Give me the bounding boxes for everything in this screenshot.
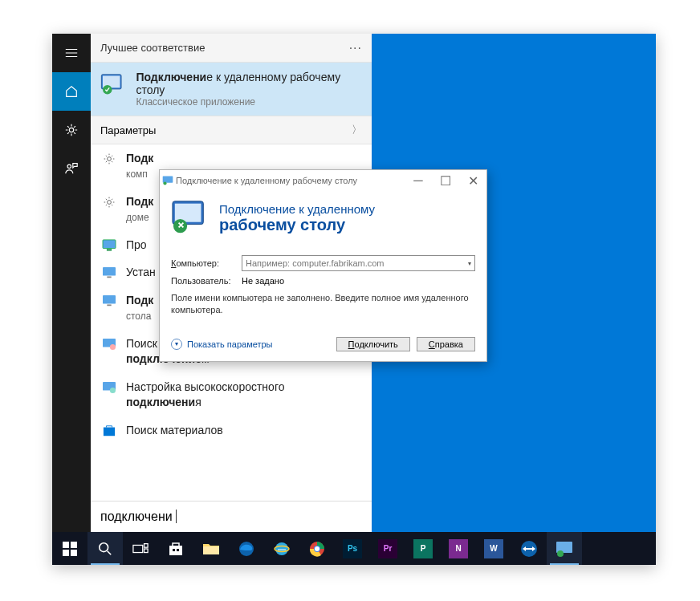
search-input[interactable]: подключени: [91, 501, 372, 532]
settings-button[interactable]: [52, 111, 91, 149]
best-match-item[interactable]: Подключение к удаленному рабочему столу …: [91, 63, 372, 116]
svg-point-44: [557, 550, 564, 557]
svg-point-19: [163, 181, 166, 185]
result-item[interactable]: Поиск материалов: [91, 416, 372, 445]
taskview-button[interactable]: [123, 532, 158, 565]
close-button[interactable]: ✕: [459, 170, 486, 191]
svg-point-27: [100, 542, 108, 551]
svg-rect-10: [107, 277, 111, 278]
user-value: Не задано: [242, 276, 284, 286]
chevron-right-icon: 〉: [352, 123, 362, 137]
person-feedback-icon: [64, 161, 79, 176]
settings-label: Параметры: [100, 124, 156, 136]
svg-rect-28: [133, 545, 143, 552]
minimize-button[interactable]: ─: [405, 170, 432, 191]
svg-rect-12: [107, 305, 111, 307]
svg-rect-23: [63, 542, 69, 548]
teamviewer-taskbar-button[interactable]: [511, 532, 547, 565]
show-options-link[interactable]: ▾ Показать параметры: [171, 339, 330, 350]
feedback-button[interactable]: [52, 149, 91, 188]
svg-point-1: [67, 164, 71, 169]
gear-icon: [64, 123, 79, 137]
maximize-button[interactable]: ☐: [432, 170, 459, 191]
monitor-network-icon: [100, 336, 118, 367]
rdp-titlebar[interactable]: Подключение к удаленному рабочему столу …: [160, 170, 486, 191]
search-taskbar-button[interactable]: [88, 532, 123, 565]
svg-point-40: [315, 546, 319, 551]
rdp-header-line1: Подключение к удаленному: [219, 202, 375, 216]
explorer-taskbar-button[interactable]: [193, 532, 229, 565]
chrome-taskbar-button[interactable]: [299, 532, 335, 565]
svg-rect-32: [173, 549, 175, 551]
svg-point-0: [69, 128, 73, 132]
connect-button[interactable]: Подключить: [336, 337, 410, 351]
svg-rect-11: [103, 295, 116, 304]
rdp-header-line2: рабочему столу: [219, 216, 375, 234]
onenote-taskbar-button[interactable]: N: [441, 532, 476, 565]
computer-label: Компьютер:: [171, 258, 234, 268]
svg-rect-34: [203, 546, 219, 554]
rdp-taskbar-button[interactable]: [547, 532, 582, 565]
svg-rect-24: [71, 542, 77, 548]
svg-rect-18: [163, 176, 173, 182]
settings-section-header[interactable]: Параметры 〉: [91, 116, 372, 144]
rdp-message: Поле имени компьютера не заполнено. Введ…: [171, 292, 475, 316]
rdp-title-icon: [160, 175, 176, 186]
home-button[interactable]: [52, 72, 91, 111]
svg-rect-8: [107, 249, 111, 250]
best-match-label: Лучшее соответствие: [100, 42, 205, 54]
svg-point-36: [275, 542, 288, 555]
photoshop-taskbar-button[interactable]: Ps: [335, 532, 370, 565]
svg-point-14: [110, 344, 116, 350]
word-taskbar-button[interactable]: W: [476, 532, 511, 565]
more-button[interactable]: ···: [349, 41, 362, 55]
rdp-header: Подключение к удаленному рабочему столу: [160, 191, 486, 242]
svg-rect-25: [63, 550, 69, 556]
start-sidebar: [52, 34, 91, 532]
rdp-large-icon: [171, 199, 210, 238]
help-button[interactable]: Справка: [417, 337, 475, 351]
store-taskbar-button[interactable]: [158, 532, 193, 565]
svg-rect-29: [144, 543, 149, 547]
dropdown-icon: ▾: [468, 260, 471, 267]
svg-rect-9: [103, 267, 116, 276]
rdp-dialog: Подключение к удаленному рабочему столу …: [159, 169, 487, 362]
publisher-taskbar-button[interactable]: P: [405, 532, 441, 565]
svg-point-16: [110, 388, 116, 393]
hamburger-icon: [64, 46, 79, 60]
rdp-footer: ▾ Показать параметры Подключить Справка: [160, 331, 486, 361]
best-match-subtitle: Классическое приложение: [136, 96, 362, 108]
svg-rect-42: [526, 548, 532, 550]
monitor-icon: [100, 265, 118, 280]
monitor-icon: [100, 238, 118, 253]
desktop: Лучшее соответствие ··· Подключение к уд…: [52, 34, 656, 565]
monitor-network-icon: [100, 380, 118, 410]
rdp-body: Компьютер: Например: computer.fabrikam.c…: [160, 242, 486, 331]
svg-rect-31: [169, 546, 182, 555]
text-caret: [173, 510, 177, 523]
expand-icon: ▾: [171, 339, 182, 350]
hamburger-menu-button[interactable]: [52, 34, 91, 72]
best-match-header: Лучшее соответствие ···: [91, 34, 372, 63]
edge-taskbar-button[interactable]: [229, 532, 264, 565]
ie-taskbar-button[interactable]: [264, 532, 299, 565]
svg-rect-7: [103, 239, 116, 248]
svg-point-5: [108, 157, 112, 161]
gear-icon: [100, 194, 118, 225]
rdp-app-icon: [100, 71, 128, 99]
rdp-window-title: Подключение к удаленному рабочему столу: [176, 176, 405, 185]
computer-combo[interactable]: Например: computer.fabrikam.com ▾: [242, 255, 475, 271]
start-button[interactable]: [52, 532, 88, 565]
best-match-title: Подключение к удаленному рабочему столу: [136, 71, 362, 96]
home-icon: [64, 84, 79, 99]
taskbar: Ps Pr P N W: [52, 532, 656, 565]
result-item[interactable]: Настройка высокоскоростного подключения: [91, 373, 372, 416]
svg-point-6: [108, 200, 112, 204]
premiere-taskbar-button[interactable]: Pr: [370, 532, 405, 565]
svg-rect-26: [71, 550, 77, 556]
store-icon: [100, 423, 118, 438]
gear-icon: [100, 151, 118, 181]
svg-rect-17: [104, 427, 115, 436]
monitor-icon: [100, 293, 118, 323]
user-label: Пользователь:: [171, 276, 234, 286]
